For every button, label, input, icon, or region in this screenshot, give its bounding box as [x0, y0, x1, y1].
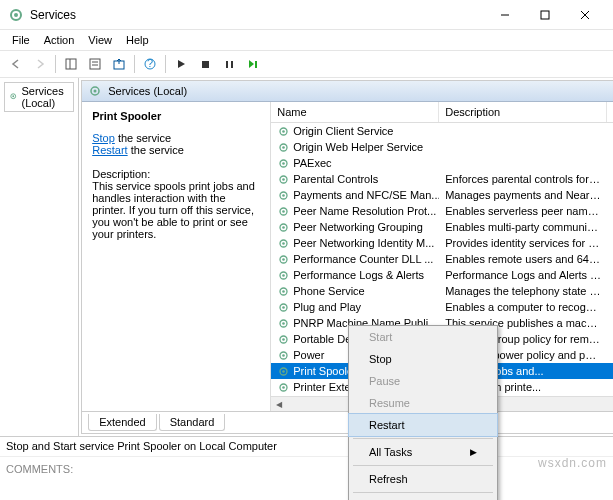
service-row[interactable]: Plug and PlayEnables a computer to recog… [271, 299, 613, 315]
service-desc-cell: Enables a computer to recognize ... [439, 300, 607, 314]
service-row[interactable]: Peer Name Resolution Prot...Enables serv… [271, 203, 613, 219]
maximize-button[interactable] [525, 0, 565, 30]
tab-extended[interactable]: Extended [88, 414, 156, 431]
service-name-cell: Plug and Play [293, 301, 361, 313]
context-stop[interactable]: Stop [349, 348, 497, 370]
selected-service-name: Print Spooler [92, 110, 260, 122]
watermark: wsxdn.com [538, 456, 607, 470]
restart-service-button[interactable] [242, 53, 264, 75]
service-name-cell: Performance Counter DLL ... [293, 253, 433, 265]
service-status-cell [607, 290, 613, 292]
service-name-cell: Performance Logs & Alerts [293, 269, 424, 281]
column-header-description[interactable]: Description [439, 102, 607, 122]
gear-icon [277, 381, 290, 394]
service-status-cell [607, 258, 613, 260]
service-row[interactable]: Peer Networking GroupingEnables multi-pa… [271, 219, 613, 235]
service-status-cell [607, 178, 613, 180]
svg-point-33 [282, 210, 285, 213]
context-properties[interactable]: Properties [349, 495, 497, 500]
service-name-cell: PAExec [293, 157, 331, 169]
service-row[interactable]: Peer Networking Identity M...Provides id… [271, 235, 613, 251]
context-resume[interactable]: Resume [349, 392, 497, 414]
gear-icon [277, 349, 290, 362]
context-start[interactable]: Start [349, 326, 497, 348]
service-status-cell: Running [607, 348, 613, 362]
back-button[interactable] [5, 53, 27, 75]
service-row[interactable]: Performance Logs & AlertsPerformance Log… [271, 267, 613, 283]
gear-icon [277, 189, 290, 202]
service-desc-cell: Enforces parental controls for chi... [439, 172, 607, 186]
minimize-button[interactable] [485, 0, 525, 30]
column-header-status[interactable]: Status [607, 102, 613, 122]
service-status-cell [607, 162, 613, 164]
svg-point-39 [282, 258, 285, 261]
menu-view[interactable]: View [82, 32, 118, 48]
context-refresh[interactable]: Refresh [349, 468, 497, 490]
service-desc-cell [439, 146, 607, 148]
svg-rect-8 [90, 59, 100, 69]
service-name-cell: Origin Web Helper Service [293, 141, 423, 153]
context-restart[interactable]: Restart [348, 413, 498, 437]
service-row[interactable]: PAExec [271, 155, 613, 171]
tree-item-services-local[interactable]: Services (Local) [4, 82, 74, 112]
service-row[interactable]: Performance Counter DLL ...Enables remot… [271, 251, 613, 267]
menu-help[interactable]: Help [120, 32, 155, 48]
menu-action[interactable]: Action [38, 32, 81, 48]
service-row[interactable]: Origin Client Service [271, 123, 613, 139]
gear-icon [277, 301, 290, 314]
svg-rect-16 [231, 61, 233, 68]
stop-suffix: the service [115, 132, 171, 144]
gear-icon [277, 333, 290, 346]
service-row[interactable]: Payments and NFC/SE Man...Manages paymen… [271, 187, 613, 203]
svg-text:?: ? [147, 57, 153, 69]
service-desc-cell: Enables multi-party communicat... [439, 220, 607, 234]
gear-icon [277, 253, 290, 266]
svg-rect-14 [202, 61, 209, 68]
tab-standard[interactable]: Standard [159, 414, 226, 431]
service-row[interactable]: Origin Web Helper ServiceRunning [271, 139, 613, 155]
service-status-cell: Running [607, 364, 613, 378]
service-row[interactable]: Parental ControlsEnforces parental contr… [271, 171, 613, 187]
service-desc-cell [439, 130, 607, 132]
export-button[interactable] [108, 53, 130, 75]
scroll-left-icon[interactable]: ◀ [271, 397, 286, 411]
service-name-cell: Power [293, 349, 324, 361]
service-status-cell [607, 210, 613, 212]
service-desc-cell: Enables remote users and 64-bit ... [439, 252, 607, 266]
gear-icon [277, 317, 290, 330]
column-header-name[interactable]: Name [271, 102, 439, 122]
start-service-button[interactable] [170, 53, 192, 75]
properties-button[interactable] [84, 53, 106, 75]
svg-point-23 [282, 130, 285, 133]
comments-label: COMMENTS: [0, 456, 613, 482]
service-desc-cell: Provides identity services for the ... [439, 236, 607, 250]
service-name-cell: Peer Name Resolution Prot... [293, 205, 436, 217]
menu-file[interactable]: File [6, 32, 36, 48]
restart-suffix: the service [128, 144, 184, 156]
description-text: This service spools print jobs and handl… [92, 180, 260, 240]
svg-point-55 [282, 386, 285, 389]
gear-icon [277, 125, 290, 138]
svg-point-41 [282, 274, 285, 277]
service-row[interactable]: Phone ServiceManages the telephony state… [271, 283, 613, 299]
svg-point-49 [282, 338, 285, 341]
forward-button[interactable] [29, 53, 51, 75]
context-all-tasks[interactable]: All Tasks▶ [349, 441, 497, 463]
close-button[interactable] [565, 0, 605, 30]
context-pause[interactable]: Pause [349, 370, 497, 392]
stop-service-link[interactable]: Stop [92, 132, 115, 144]
stop-service-button[interactable] [194, 53, 216, 75]
restart-service-link[interactable]: Restart [92, 144, 127, 156]
service-name-cell: Peer Networking Identity M... [293, 237, 434, 249]
service-status-cell: Running [607, 188, 613, 202]
help-button[interactable]: ? [139, 53, 161, 75]
pause-service-button[interactable] [218, 53, 240, 75]
service-status-cell [607, 338, 613, 340]
service-desc-cell: Manages the telephony state on ... [439, 284, 607, 298]
svg-point-37 [282, 242, 285, 245]
gear-icon [277, 157, 290, 170]
service-status-cell [607, 322, 613, 324]
svg-rect-3 [541, 11, 549, 19]
toolbar: ? [0, 50, 613, 78]
show-hide-tree-button[interactable] [60, 53, 82, 75]
